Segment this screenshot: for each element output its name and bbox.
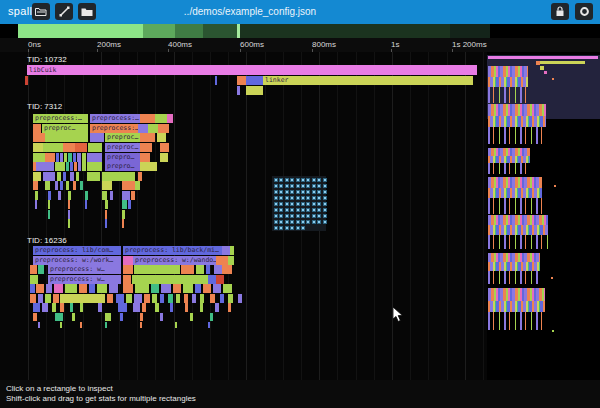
flame-rect[interactable]: libCuik [27,65,477,75]
flame-rect[interactable] [25,76,28,85]
flame-rect[interactable] [122,181,135,190]
flame-rect[interactable] [160,143,169,152]
flame-rect[interactable] [220,294,224,303]
flame-rect[interactable] [79,284,87,293]
flame-rect[interactable] [66,162,69,171]
flame-rect[interactable] [237,86,240,95]
flame-rect[interactable] [33,172,41,181]
flame-rect[interactable]: prepro… [105,153,140,162]
flame-rect[interactable] [203,284,211,293]
flame-rect[interactable] [60,322,62,328]
flame-rect[interactable] [64,153,67,162]
flame-rect[interactable] [181,265,194,274]
flame-rect[interactable] [133,303,140,312]
flame-rect[interactable] [126,294,132,303]
flame-rect[interactable] [55,181,58,190]
flame-rect[interactable] [70,162,73,171]
flame-rect[interactable] [140,114,155,123]
flame-rect[interactable] [168,294,173,303]
flame-rect[interactable] [68,200,70,209]
flame-rect[interactable] [140,153,150,162]
flame-rect[interactable] [208,322,210,328]
flame-rect[interactable] [155,114,167,123]
flame-rect[interactable] [152,294,157,303]
flame-rect[interactable] [214,265,222,274]
flame-rect[interactable] [68,153,72,162]
flame-rect[interactable] [122,191,130,200]
flame-rect[interactable] [160,313,163,321]
flame-rect[interactable] [102,191,107,200]
flame-rect[interactable] [120,313,123,321]
flame-rect[interactable] [35,200,37,209]
flame-rect[interactable] [65,284,77,293]
flame-rect[interactable] [85,191,88,200]
flame-rect[interactable] [98,303,102,312]
flame-rect[interactable] [33,124,41,133]
flame-rect[interactable] [237,76,246,85]
flame-rect[interactable] [200,294,204,303]
flame-rect[interactable]: preprocess: lib/com… [33,246,121,255]
flame-rect[interactable] [82,153,86,162]
flame-rect[interactable] [30,265,37,274]
flame-rect[interactable] [88,143,102,152]
flame-rect[interactable] [78,162,81,171]
flame-rect[interactable] [30,294,36,303]
flame-rect[interactable] [30,284,35,293]
flame-rect[interactable] [38,294,43,303]
flame-rect[interactable] [123,265,133,274]
flame-rect[interactable] [208,275,216,284]
flame-rect[interactable] [122,200,127,209]
flame-rect[interactable] [185,303,188,312]
flame-rect[interactable] [230,246,234,255]
flame-rect[interactable] [216,256,228,265]
flame-rect[interactable]: preprocess: w:/wando… [133,256,216,265]
flame-rect[interactable] [45,294,51,303]
flame-rect[interactable] [35,191,38,200]
flame-rect[interactable] [140,313,143,321]
flame-rect[interactable] [72,313,75,321]
flame-rect[interactable]: preprocess: w… [48,275,121,284]
flame-rect[interactable]: preprocess: w… [48,265,121,274]
flame-rect[interactable] [155,303,159,312]
flame-rect[interactable] [68,191,71,200]
flame-rect[interactable] [134,265,180,274]
flame-rect[interactable] [89,284,95,293]
flame-rect[interactable] [57,172,61,181]
flame-rect[interactable] [132,275,208,284]
flame-rect[interactable] [102,172,135,181]
flame-rect[interactable] [80,181,83,190]
flame-rect[interactable] [122,219,124,228]
flame-rect[interactable] [170,303,173,312]
flame-rect[interactable] [138,124,148,133]
flame-rect[interactable] [55,313,63,321]
flame-rect[interactable] [63,172,66,181]
flame-rect[interactable]: prepro… [105,162,140,171]
flamegraph-canvas[interactable]: TID: 10732libCuiklinkerTID: 7312preproce… [0,52,487,380]
flame-rect[interactable] [48,200,50,209]
flame-rect[interactable] [33,303,40,312]
flame-rect[interactable] [53,294,59,303]
flame-rect[interactable]: linker [263,76,473,85]
flame-rect[interactable] [184,294,188,303]
flame-rect[interactable] [80,303,83,312]
flame-rect[interactable] [142,303,146,312]
flame-rect[interactable]: preprocess:… [33,114,88,123]
flame-rect[interactable] [46,284,52,293]
flame-rect[interactable] [122,210,125,219]
flame-rect[interactable] [90,133,104,142]
flame-rect[interactable] [228,303,231,312]
save-folder-button[interactable] [78,3,96,20]
flame-rect[interactable] [246,86,263,95]
flame-rect[interactable] [195,284,201,293]
flame-rect[interactable] [55,162,65,171]
flame-rect[interactable] [33,181,38,190]
flame-rect[interactable] [105,219,107,228]
minimap[interactable] [487,52,600,380]
flame-rect[interactable] [222,246,230,255]
flame-rect[interactable] [206,265,210,274]
flame-rect[interactable] [87,153,102,162]
flame-rect[interactable] [160,294,164,303]
flame-rect[interactable] [60,153,63,162]
flame-rect[interactable] [80,322,82,328]
flame-rect[interactable] [196,265,204,274]
